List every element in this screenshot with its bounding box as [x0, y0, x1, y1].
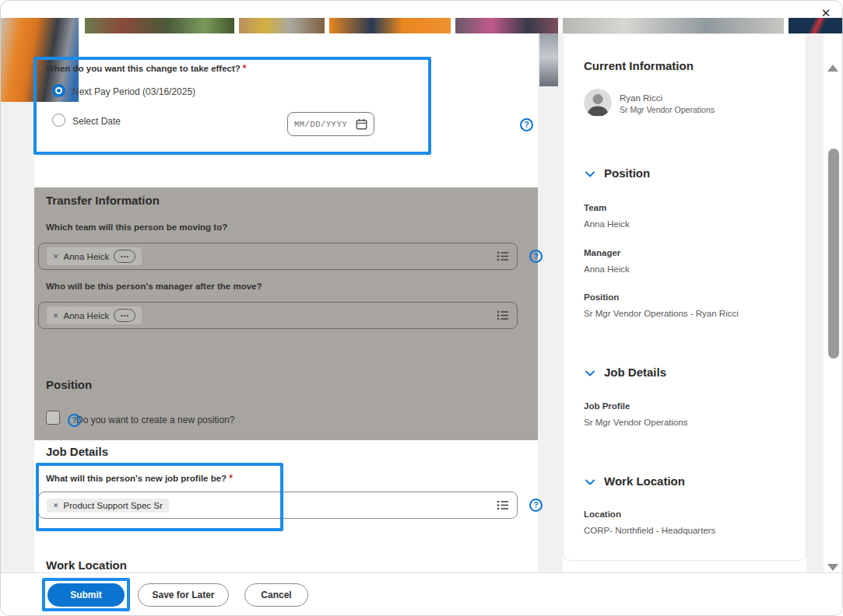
person-name: Ryan Ricci: [620, 93, 662, 103]
sidebar-section-job-details: Job Details: [604, 366, 666, 379]
team-pill-label: Anna Heick: [64, 252, 110, 261]
sidebar-section-work-location: Work Location: [604, 474, 685, 488]
chevron-down-icon[interactable]: [585, 479, 595, 487]
chevron-down-icon[interactable]: [585, 171, 595, 179]
related-actions-icon[interactable]: •••: [114, 250, 135, 263]
field-value: Sr Mgr Vendor Operations - Ryan Ricci: [584, 309, 794, 318]
help-icon-team[interactable]: ?: [529, 250, 543, 263]
sidebar-section-position: Position: [604, 166, 650, 180]
required-asterisk: *: [229, 473, 233, 484]
prompt-icon[interactable]: [497, 251, 509, 261]
field-value: Anna Heick: [584, 219, 794, 229]
photo-tile-workers-orange-vests: [1, 18, 79, 102]
create-position-label[interactable]: Do you want to create a new position?: [76, 415, 234, 425]
scrollbar-down-icon[interactable]: [827, 564, 838, 571]
photo-tile-crowd: [455, 18, 558, 33]
page-background-left: [1, 33, 34, 572]
remove-icon[interactable]: ✕: [53, 502, 59, 509]
prompt-icon[interactable]: [497, 310, 509, 320]
transfer-information-heading: Transfer Information: [46, 194, 160, 207]
person-title: Sr Mgr Vendor Operations: [620, 105, 715, 114]
radio-dot: [57, 89, 61, 93]
team-select-field[interactable]: ✕ Anna Heick •••: [38, 243, 518, 270]
chevron-down-icon[interactable]: [585, 370, 595, 378]
date-input[interactable]: MM/DD/YYYY: [287, 112, 374, 136]
team-selected-pill: ✕ Anna Heick •••: [47, 247, 142, 265]
effective-date-question: When do you want this change to take eff…: [46, 63, 247, 74]
submit-button[interactable]: Submit: [47, 583, 125, 607]
radio-inner-ring: [55, 87, 62, 94]
current-information-heading: Current Information: [584, 59, 694, 72]
close-icon[interactable]: ✕: [817, 5, 834, 22]
photo-tile-office-people: [239, 18, 325, 33]
field-label: Job Profile: [584, 401, 630, 411]
field-value: CORP- Northfield - Headquarters: [584, 526, 794, 535]
help-icon-effective-date[interactable]: ?: [520, 118, 533, 131]
field-value: Anna Heick: [584, 264, 794, 274]
scrollbar-up-icon[interactable]: [827, 65, 838, 72]
job-details-heading: Job Details: [46, 445, 108, 458]
photo-tile-navy-red-stripe: [789, 18, 843, 33]
remove-icon[interactable]: ✕: [53, 312, 59, 320]
job-profile-selected-pill: ✕ Product Support Spec Sr: [47, 499, 169, 513]
photo-tile-garden: [85, 18, 234, 33]
photo-tile-orange-jackets: [329, 18, 451, 33]
photo-tile-standing-people-legs: [539, 33, 558, 86]
help-icon-create-position[interactable]: ?: [68, 414, 81, 427]
calendar-icon[interactable]: [356, 118, 367, 130]
cancel-button[interactable]: Cancel: [244, 583, 308, 607]
job-profile-question: What will this person's new job profile …: [46, 473, 233, 484]
radio-label-next-pay-period[interactable]: Next Pay Period (03/16/2025): [72, 86, 195, 97]
create-position-checkbox[interactable]: [46, 411, 60, 425]
position-heading: Position: [46, 378, 92, 391]
remove-icon[interactable]: ✕: [53, 253, 59, 261]
job-profile-pill-label: Product Support Spec Sr: [64, 501, 163, 510]
field-label: Manager: [584, 248, 620, 257]
field-label: Location: [584, 509, 621, 519]
team-question: Which team will this person be moving to…: [46, 222, 227, 232]
page-background-gap: [538, 33, 563, 572]
scrollbar-thumb[interactable]: [828, 149, 839, 359]
field-label: Team: [584, 203, 606, 212]
manager-selected-pill: ✕ Anna Heick •••: [47, 306, 142, 324]
photo-tile-warehouse: [563, 18, 784, 33]
manager-select-field[interactable]: ✕ Anna Heick •••: [38, 302, 518, 329]
radio-select-date[interactable]: [52, 114, 65, 127]
job-change-modal: When do you want this change to take eff…: [0, 0, 843, 616]
current-information-panel: Current Information Ryan Ricci Sr Mgr Ve…: [563, 33, 806, 561]
radio-label-select-date[interactable]: Select Date: [72, 116, 121, 127]
work-location-heading-clipped: Work Location: [46, 558, 127, 569]
field-label: Position: [584, 292, 619, 302]
manager-question: Who will be this person's manager after …: [46, 282, 262, 291]
prompt-icon[interactable]: [497, 500, 509, 510]
footer-bar: Submit Save for Later Cancel: [1, 572, 843, 616]
manager-pill-label: Anna Heick: [64, 311, 110, 320]
job-profile-select-field[interactable]: ✕ Product Support Spec Sr: [38, 492, 518, 519]
help-icon-job-profile[interactable]: ?: [529, 499, 543, 512]
required-asterisk: *: [243, 63, 247, 74]
radio-next-pay-period[interactable]: [52, 84, 65, 97]
save-for-later-button[interactable]: Save for Later: [138, 583, 229, 607]
related-actions-icon[interactable]: •••: [114, 309, 135, 322]
date-placeholder: MM/DD/YYYY: [294, 120, 347, 129]
field-value: Sr Mgr Vendor Operations: [584, 418, 794, 427]
avatar: [584, 89, 612, 117]
